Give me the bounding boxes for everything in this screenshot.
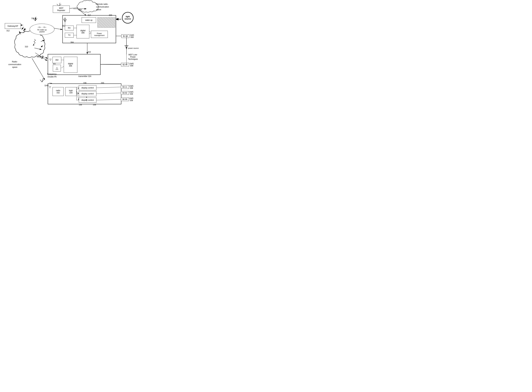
wdt-repeater-box: WDTRepeater xyxy=(53,6,70,13)
display-control-1-box: display control xyxy=(79,85,96,90)
display-control-3-box: display control xyxy=(79,98,96,103)
num-336-right-label: 336 xyxy=(93,104,96,106)
price-482-box: $4.82 xyxy=(121,91,129,95)
digital-306-top: digital306 xyxy=(76,25,89,38)
num-316-label: 316 xyxy=(31,17,35,19)
remote-radio-label: Remote radio-communicationspace xyxy=(96,3,109,11)
radio-comm-label: Radio-communicationspace xyxy=(8,61,21,68)
svg-line-9 xyxy=(24,28,26,31)
num-310-label: 310 xyxy=(25,46,28,48)
svg-line-17 xyxy=(42,78,43,82)
display-control-2-box: display control xyxy=(79,91,96,96)
hatched-area xyxy=(97,17,115,28)
svg-line-46 xyxy=(41,40,44,42)
svg-line-7 xyxy=(35,19,37,21)
antenna-mid-device: ▽ xyxy=(49,58,52,61)
antenna-top-device: ▽ xyxy=(63,17,66,22)
diagram: WDTRepeater Gateway/AP ⊣⊢ ⊣⊢ Rx wake upp… xyxy=(0,0,144,106)
num-304-label: 304 xyxy=(71,41,74,43)
opt-338-2-label: (opt)338 xyxy=(129,91,133,95)
triangle-mid: △ xyxy=(53,65,61,71)
antenna-bottom-device: ▽ xyxy=(48,85,52,89)
digital-306-mid: digital306 xyxy=(64,57,77,73)
num-336-top-label: 336 xyxy=(83,82,86,84)
power-management-box: Powermanagement xyxy=(91,31,108,38)
receiver-label: receiver xyxy=(37,56,44,58)
price-311-box: $3.11 xyxy=(121,85,129,89)
rx-box: RX xyxy=(65,26,74,30)
svg-line-47 xyxy=(41,46,43,47)
num-300-label: 300 xyxy=(78,9,82,11)
cloud-left xyxy=(14,31,45,58)
opt-338-1-label: (opt)338 xyxy=(129,85,133,89)
radio-box: radio332 xyxy=(52,87,64,96)
svg-line-20 xyxy=(32,58,45,80)
wdt-low-power-label: WDT Low-PowerTechniques xyxy=(128,54,138,60)
transmitter-324-label: transmitter 324 xyxy=(78,75,91,77)
power-source-label: power source xyxy=(128,47,139,49)
light-source-circle: light source xyxy=(122,12,133,23)
num-320-label: 320 xyxy=(109,14,112,16)
price-158-box: $1.58 xyxy=(121,34,129,38)
opt-308-mid-label: (opt)308 xyxy=(130,62,134,67)
num-330-label: 330 xyxy=(101,82,104,84)
logic-box: logic334 xyxy=(65,87,76,96)
num-314-label: 314 xyxy=(88,14,91,16)
san-label: SAN xyxy=(44,84,48,87)
svg-line-18 xyxy=(40,80,42,82)
num-302-mid-box: 302 xyxy=(52,57,61,63)
svg-line-16 xyxy=(34,48,42,50)
svg-line-11 xyxy=(19,31,21,34)
frequency-double-label: Frequency-Double PA xyxy=(47,73,57,78)
svg-line-50 xyxy=(44,57,48,58)
wake-up-box: wake up xyxy=(82,17,96,23)
svg-line-5 xyxy=(35,17,36,21)
price-240-box: $2.40 xyxy=(121,63,129,66)
opt-338-3-label: (opt)338 xyxy=(129,97,133,102)
svg-line-8 xyxy=(22,27,24,30)
tx-box: TX xyxy=(65,33,74,37)
svg-marker-72 xyxy=(33,44,34,46)
svg-line-19 xyxy=(42,80,44,82)
num-312-label: 312 xyxy=(6,30,10,32)
dots-display: •• xyxy=(86,96,87,101)
price-099-box: $0.99 xyxy=(121,98,129,101)
rx-wakeup-oval: ⊣⊢ ⊣⊢ Rx wake uppacket xyxy=(30,24,54,35)
num-336-mid-label: 336 xyxy=(79,104,82,106)
opt-308-top-label: (opt)308 xyxy=(130,34,134,38)
gateway-ap-box: Gateway/AP xyxy=(5,23,21,29)
num-302-top-label: 302 xyxy=(62,25,65,27)
num-322-label: 322 xyxy=(88,51,91,53)
